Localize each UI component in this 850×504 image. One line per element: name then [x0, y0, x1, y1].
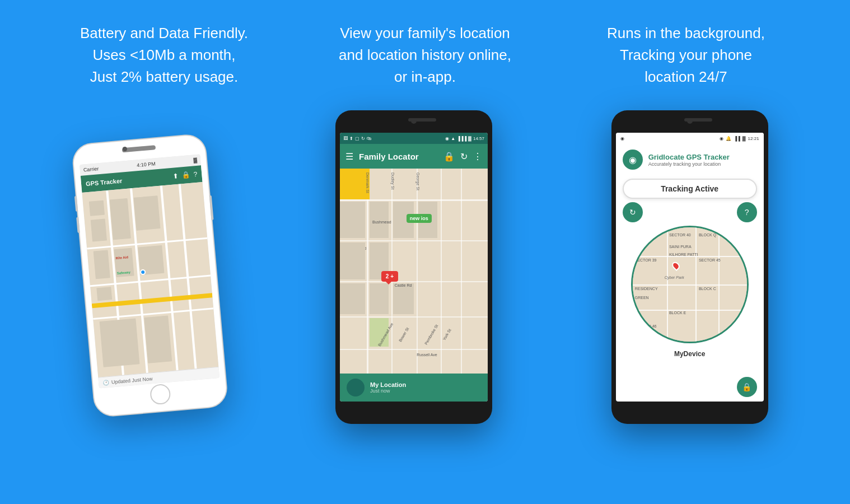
app-name: Gridlocate GPS Tracker	[648, 153, 730, 161]
residency-label: RESIDENCY	[635, 287, 658, 291]
carrier-label: Carrier	[83, 166, 99, 172]
bag-icon: 🛍	[367, 136, 371, 141]
status-right-icons: ◉ ▲ ▐▐▐ ▓ 14:57	[445, 136, 484, 141]
wifi-status-icon: ▲	[451, 136, 455, 141]
header-row: Battery and Data Friendly. Uses <10Mb a …	[0, 0, 850, 105]
battery-status-icon: ▓	[468, 136, 471, 141]
map-road	[340, 199, 488, 201]
power-button	[209, 195, 214, 220]
android-bottom-bar: My Location Just now	[340, 374, 488, 402]
iphone-home-button[interactable]	[150, 384, 171, 405]
green-label: GREEN	[635, 296, 649, 300]
iphone-app-title: GPS Tracker	[86, 178, 123, 188]
map-block	[96, 287, 112, 301]
map-block	[91, 218, 107, 242]
map-road	[340, 240, 488, 241]
android-speaker	[408, 118, 436, 122]
map-block	[109, 198, 131, 240]
tracking-status-text: Tracking Active	[661, 184, 718, 193]
phone3-header: ◉ Gridlocate GPS Tracker Accurately trac…	[616, 144, 764, 175]
user-avatar	[347, 379, 365, 396]
question-icon: ?	[745, 208, 749, 217]
status-right: ◉ 🔔 ▐▐ ▓ 12:21	[720, 136, 759, 141]
time-3: 12:21	[748, 136, 759, 141]
phone3-action-row: ↻ ?	[616, 202, 764, 222]
more-appbar-icon[interactable]: ⋮	[473, 151, 482, 162]
map-road	[633, 310, 747, 311]
device-name: MyDevice	[623, 350, 757, 358]
map-block	[100, 318, 140, 367]
gallery-icon: 🖼	[343, 136, 348, 141]
castle-road-label: Castle Rd	[395, 283, 412, 287]
lock-icon-3: 🔒	[742, 382, 751, 391]
road-label: Denmark St	[366, 172, 370, 193]
phone3-screen: ◉ ◉ 🔔 ▐▐ ▓ 12:21 ◉ Gridlocate GPS Tracke…	[616, 133, 764, 402]
front-camera	[123, 147, 128, 152]
signal-status-icon: ▐▐▐	[457, 136, 466, 141]
signal-icon-3: ▐▐	[734, 136, 740, 141]
sector45-label: SECTOR 45	[699, 258, 721, 262]
lock-appbar-icon[interactable]: 🔒	[443, 151, 455, 162]
iphone-screen: Carrier 4:10 PM ▓ GPS Tracker ⬆ 🔒 ?	[80, 154, 219, 388]
gps-icon: ◉	[629, 155, 637, 165]
alarm-icon: 🔔	[726, 136, 731, 141]
phones-row: Carrier 4:10 PM ▓ GPS Tracker ⬆ 🔒 ?	[0, 110, 850, 424]
york-st-label: York St	[442, 328, 451, 341]
iphone-map: Rite Aid Safeway	[82, 182, 219, 377]
refresh-icon: ↻	[629, 208, 636, 217]
help-icon: ?	[193, 170, 198, 179]
blocke-label: BLOCK E	[669, 311, 686, 315]
lock-button-phone3[interactable]: 🔒	[737, 377, 757, 397]
time-label: 4:10 PM	[137, 161, 156, 168]
phone-iphone: Carrier 4:10 PM ▓ GPS Tracker ⬆ 🔒 ?	[71, 133, 229, 418]
refresh-button[interactable]: ↻	[623, 202, 643, 222]
tracking-active-button[interactable]: Tracking Active	[623, 179, 757, 199]
header-text-3: Runs in the background, Tracking your ph…	[607, 25, 765, 85]
phone3-bottom: MyDevice	[616, 347, 764, 361]
bower-st-label: Bower St	[398, 326, 409, 342]
map-block	[340, 202, 365, 239]
map-cluster-badge: 2 +	[381, 271, 398, 282]
map-block	[393, 283, 414, 314]
android-speaker-3	[684, 118, 712, 122]
iphone-appbar-icons: ⬆ 🔒 ?	[172, 170, 198, 180]
phone3-statusbar: ◉ ◉ 🔔 ▐▐ ▓ 12:21	[616, 133, 764, 144]
upload-icon: ⬆	[349, 136, 353, 141]
share-icon: ⬆	[172, 172, 179, 180]
last-update-time: Just now	[370, 388, 481, 394]
hamburger-icon[interactable]: ☰	[345, 151, 353, 162]
android-appbar: ☰ Family Locator 🔒 ↻ ⋮	[340, 144, 488, 169]
app-subtitle: Accurately tracking your location	[648, 161, 730, 167]
app-info: Gridlocate GPS Tracker Accurately tracki…	[648, 153, 730, 167]
clock-icon: 🕐	[103, 380, 110, 386]
road-label: Dudley St	[391, 172, 395, 189]
map-new-ios-label: new ios	[407, 214, 432, 223]
sync-icon: ↻	[361, 136, 365, 141]
lock-icon: 🔒	[181, 171, 190, 179]
phone-android-center: 🖼 ⬆ ▢ ↻ 🛍 ◉ ▲ ▐▐▐ ▓ 14:57 ☰ Family Locat…	[335, 110, 492, 424]
help-button[interactable]: ?	[737, 202, 757, 222]
bushmead-label: Bushmead	[372, 220, 391, 224]
phone3-circular-map: SECTOR 40 BLOCK Q SECTOR 39 SAINI PURA K…	[631, 226, 749, 343]
battery-icon: ▓	[193, 157, 197, 164]
header-text-2: View your family's location and location…	[339, 25, 511, 85]
my-location-label: My Location	[370, 381, 481, 388]
blockc-label: BLOCK C	[699, 287, 716, 291]
gps-status-icon: ◉	[445, 136, 449, 141]
map-block	[370, 283, 389, 314]
blockq-label: BLOCK Q	[699, 233, 716, 237]
pembroke-st-label: Pembroke St	[424, 324, 438, 346]
status-left-icons: 🖼 ⬆ ▢ ↻ 🛍	[343, 136, 371, 141]
volume-down-button	[77, 217, 80, 233]
refresh-appbar-icon[interactable]: ↻	[460, 151, 468, 162]
header-col-3: Runs in the background, Tracking your ph…	[555, 22, 816, 88]
sector40-label: SECTOR 40	[669, 233, 691, 237]
battery-icon-3: ▓	[742, 136, 746, 141]
android-pin-icon: ◉	[620, 136, 624, 141]
map-container: SECTOR 40 BLOCK Q SECTOR 39 SAINI PURA K…	[616, 222, 764, 347]
map-road	[340, 349, 488, 350]
header-text-1: Battery and Data Friendly. Uses <10Mb a …	[80, 25, 248, 85]
sector39-label: SECTOR 39	[635, 258, 657, 262]
map-block	[144, 315, 172, 363]
russell-ave-label: Russell Ave	[417, 353, 437, 357]
